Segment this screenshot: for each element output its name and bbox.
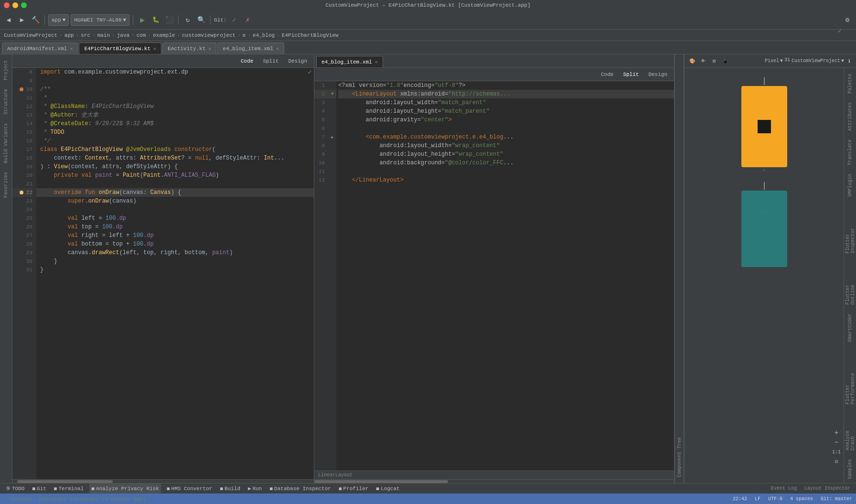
git-label: Git: [214,17,226,23]
bc-java[interactable]: java [117,32,129,38]
code-area[interactable]: 8 9 10 11 12 13 14 15 16 17 18 19 20 21 … [12,68,314,479]
analyze-label: Analyze Privacy Risk [96,486,159,492]
event-log-item[interactable]: Event Log [769,486,799,491]
teal-hint: ··· [741,191,787,214]
close-icon[interactable]: ✕ [153,46,156,52]
xml-code-btn[interactable]: Code [598,71,616,78]
zoom-out-btn[interactable]: − [832,438,841,447]
xml-design-btn[interactable]: Design [645,71,670,78]
pixel-dropdown[interactable]: Pixel ▼ [765,57,783,65]
git-label: Git [37,486,46,492]
scrollbar-thumb[interactable] [17,480,113,483]
close-icon[interactable]: ✕ [70,46,73,52]
bc-customviewproject[interactable]: CustomViewProject [4,32,57,38]
settings-icon[interactable]: ⚙ [842,14,853,26]
sidebar-palette[interactable]: Palette [846,70,854,97]
close-button[interactable] [4,2,10,8]
code-content[interactable]: import com.example.customviewproject.ext… [36,68,314,479]
run-button[interactable]: ▶ [137,14,148,26]
bc-app[interactable]: app [64,32,74,38]
code-btn[interactable]: Code [238,57,256,65]
logcat-item[interactable]: ◼ Logcat [374,483,401,493]
orient-icon[interactable]: ⊞ [709,56,719,66]
palette-icon[interactable]: 🎨 [687,56,697,66]
bc-file[interactable]: E4PicChartBlogView [282,32,339,38]
sidebar-build-variants[interactable]: Build Variants [2,119,10,167]
build-item[interactable]: ◼ Build [218,483,242,493]
git-check-icon[interactable]: ✓ [228,14,240,26]
layout-inspector-label: Layout Inspector [804,486,850,491]
layout-inspector-item[interactable]: Layout Inspector [802,486,852,491]
search-icon[interactable]: 🔍 [195,14,207,26]
split-btn[interactable]: Split [260,57,281,65]
xml-code-content[interactable]: <?xml version="1.0" encoding="utf-8"?> <… [336,81,674,471]
sidebar-flutter-outline[interactable]: Flutter Outline [844,258,856,309]
project-dropdown[interactable]: CustomViewProject ▼ [792,57,844,65]
sidebar-smplugin[interactable]: SMPlugin [846,170,854,201]
bc-example[interactable]: example [153,32,175,38]
fwd-btn[interactable]: ▶ [16,14,28,26]
git-status: Git: master [821,496,852,502]
git-x-icon[interactable]: ✗ [242,14,253,26]
close-icon[interactable]: ✕ [375,59,378,65]
tab-androidmanifest[interactable]: AndroidManifest.xml ✕ [2,43,78,54]
left-sidebar: Project Structure Build Variants Favorit… [0,54,12,483]
build-icon[interactable]: 🔨 [30,14,41,26]
tab-eactivity[interactable]: EActivity.kt ✕ [162,43,216,54]
xml-scrollbar-thumb[interactable] [314,480,448,483]
xml-split-btn[interactable]: Split [620,71,642,78]
maximize-button[interactable] [21,2,27,8]
close-icon[interactable]: ✕ [208,46,211,52]
zoom-in-btn[interactable]: + [832,429,841,437]
profiler-item[interactable]: ◼ Profiler [337,483,370,493]
xml-scrollbar-h[interactable] [314,479,674,483]
bc-src[interactable]: src [81,32,90,38]
tab-xml-active[interactable]: e4_blog_item.xml ✕ [316,56,383,67]
hms-convertor-item[interactable]: ◼ HMS Convertor [165,483,214,493]
sidebar-structure[interactable]: Structure [2,85,10,118]
left-scrollbar-h[interactable] [12,479,314,483]
design-btn[interactable]: Design [285,57,310,65]
database-inspector-item[interactable]: ◼ Database Inspector [268,483,332,493]
run-item[interactable]: ▶ Run [246,483,264,493]
code-line-31: } [36,266,314,274]
device-icon[interactable]: 📱 [720,56,730,66]
git-item[interactable]: ◼ Git [30,483,48,493]
terminal-icon: ◼ [54,485,57,492]
close-icon[interactable]: ✕ [276,46,279,52]
analyze-privacy-risk-item[interactable]: ◼ Analyze Privacy Risk [89,483,161,493]
zoom-fit-all-btn[interactable]: ⊡ [832,457,841,466]
sync-btn[interactable]: ↻ [182,14,193,26]
debug-button[interactable]: 🐛 [150,14,161,26]
sidebar-project[interactable]: Project [2,56,10,84]
stop-button[interactable]: ⬛ [163,14,175,26]
bc-main[interactable]: main [97,32,110,38]
view-icon[interactable]: 👁 [698,56,708,66]
sidebar-attributes[interactable]: Attributes [846,98,854,135]
sidebar-favorites[interactable]: Favorites [2,168,10,202]
bc-e[interactable]: e [243,32,246,38]
terminal-item[interactable]: ◼ Terminal [52,483,86,493]
sidebar-flutter-inspector[interactable]: Flutter Inspector [844,202,856,257]
app-dropdown[interactable]: app ▼ [48,14,69,26]
info-icon[interactable]: ℹ [845,57,853,65]
bc-e4blog[interactable]: e4_blog [253,32,275,38]
device-dropdown[interactable]: HUAWEI TNY-AL00 ▼ [71,14,129,26]
todo-item[interactable]: ⑨ TODO [4,483,26,493]
left-tab-bar: AndroidManifest.xml ✕ E4PicChartBlogView… [0,41,856,54]
minimize-button[interactable] [12,2,18,8]
sidebar-analyze-crash[interactable]: Analyze Crash [844,410,856,454]
xml-area[interactable]: 1 2 ▼ 3 4 5 6 [314,81,674,471]
sidebar-translate[interactable]: Translate [846,136,854,169]
tab-e4picchartblogview[interactable]: E4PicChartBlogView.kt ✕ [79,43,161,54]
back-btn[interactable]: ◀ [3,14,14,26]
sidebar-smartcoder[interactable]: SmartCoder [846,310,854,346]
bc-customviewproject2[interactable]: customviewproject [182,32,235,38]
bc-com[interactable]: com [137,32,146,38]
tab-e4blogitem[interactable]: e4_blog_item.xml ✕ [217,43,284,54]
sidebar-flutter-performance[interactable]: Flutter Performance [844,347,856,408]
zoom-fit-btn[interactable]: 1:1 [832,448,841,456]
gutter-18: 18 [12,154,32,162]
code-line-29: canvas.drawRect(left, top, right, bottom… [36,248,314,257]
sidebar-samples[interactable]: Samples [846,455,854,483]
